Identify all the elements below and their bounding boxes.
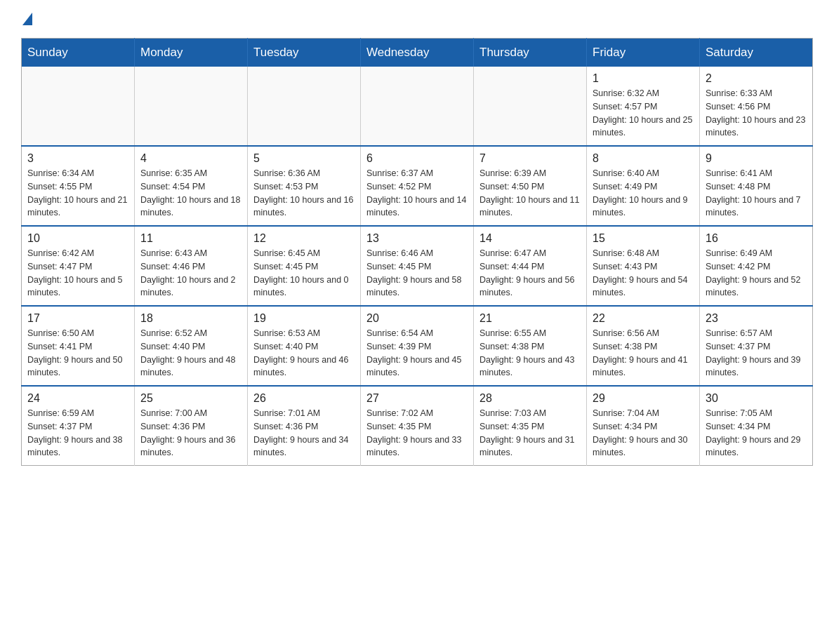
day-number: 15: [593, 232, 694, 245]
calendar-cell: 16Sunrise: 6:49 AM Sunset: 4:42 PM Dayli…: [700, 226, 813, 306]
day-number: 4: [140, 152, 241, 165]
calendar-cell: 20Sunrise: 6:54 AM Sunset: 4:39 PM Dayli…: [361, 306, 474, 386]
calendar-cell: [361, 67, 474, 146]
calendar-cell: 3Sunrise: 6:34 AM Sunset: 4:55 PM Daylig…: [22, 146, 135, 226]
calendar-cell: 15Sunrise: 6:48 AM Sunset: 4:43 PM Dayli…: [587, 226, 700, 306]
day-number: 18: [140, 312, 241, 325]
day-number: 26: [253, 392, 355, 405]
day-info: Sunrise: 6:54 AM Sunset: 4:39 PM Dayligh…: [366, 327, 468, 380]
day-info: Sunrise: 6:56 AM Sunset: 4:38 PM Dayligh…: [593, 327, 694, 380]
day-info: Sunrise: 6:42 AM Sunset: 4:47 PM Dayligh…: [27, 247, 128, 300]
calendar-cell: [22, 67, 135, 146]
calendar-cell: 5Sunrise: 6:36 AM Sunset: 4:53 PM Daylig…: [248, 146, 361, 226]
calendar-cell: 7Sunrise: 6:39 AM Sunset: 4:50 PM Daylig…: [474, 146, 587, 226]
day-info: Sunrise: 7:00 AM Sunset: 4:36 PM Dayligh…: [140, 407, 241, 459]
day-info: Sunrise: 6:53 AM Sunset: 4:40 PM Dayligh…: [253, 327, 355, 380]
day-info: Sunrise: 6:43 AM Sunset: 4:46 PM Dayligh…: [140, 247, 241, 300]
page-header: [21, 14, 813, 24]
calendar-cell: 23Sunrise: 6:57 AM Sunset: 4:37 PM Dayli…: [700, 306, 813, 386]
day-number: 12: [253, 232, 355, 245]
day-info: Sunrise: 6:35 AM Sunset: 4:54 PM Dayligh…: [140, 167, 241, 220]
day-number: 8: [593, 152, 694, 165]
day-number: 17: [27, 312, 128, 325]
logo-triangle-icon: [22, 13, 32, 25]
day-number: 11: [140, 232, 241, 245]
day-info: Sunrise: 7:05 AM Sunset: 4:34 PM Dayligh…: [706, 407, 807, 459]
calendar-cell: 14Sunrise: 6:47 AM Sunset: 4:44 PM Dayli…: [474, 226, 587, 306]
day-info: Sunrise: 6:37 AM Sunset: 4:52 PM Dayligh…: [366, 167, 468, 220]
day-info: Sunrise: 6:46 AM Sunset: 4:45 PM Dayligh…: [366, 247, 468, 300]
day-header-friday: Friday: [587, 39, 700, 67]
day-number: 24: [27, 392, 128, 405]
calendar-cell: 8Sunrise: 6:40 AM Sunset: 4:49 PM Daylig…: [587, 146, 700, 226]
day-info: Sunrise: 6:55 AM Sunset: 4:38 PM Dayligh…: [479, 327, 581, 380]
day-info: Sunrise: 6:57 AM Sunset: 4:37 PM Dayligh…: [706, 327, 807, 380]
day-info: Sunrise: 6:39 AM Sunset: 4:50 PM Dayligh…: [479, 167, 581, 220]
day-number: 19: [253, 312, 355, 325]
day-info: Sunrise: 6:45 AM Sunset: 4:45 PM Dayligh…: [253, 247, 355, 300]
day-number: 22: [593, 312, 694, 325]
day-info: Sunrise: 6:52 AM Sunset: 4:40 PM Dayligh…: [140, 327, 241, 380]
day-number: 27: [366, 392, 468, 405]
day-info: Sunrise: 6:34 AM Sunset: 4:55 PM Dayligh…: [27, 167, 128, 220]
day-number: 14: [479, 232, 581, 245]
day-number: 28: [479, 392, 581, 405]
day-number: 6: [366, 152, 468, 165]
day-info: Sunrise: 6:32 AM Sunset: 4:57 PM Dayligh…: [593, 87, 694, 140]
calendar-cell: 25Sunrise: 7:00 AM Sunset: 4:36 PM Dayli…: [135, 386, 248, 466]
calendar-cell: 9Sunrise: 6:41 AM Sunset: 4:48 PM Daylig…: [700, 146, 813, 226]
day-number: 30: [706, 392, 807, 405]
day-number: 16: [706, 232, 807, 245]
calendar-cell: 24Sunrise: 6:59 AM Sunset: 4:37 PM Dayli…: [22, 386, 135, 466]
day-number: 1: [593, 72, 694, 85]
day-info: Sunrise: 6:41 AM Sunset: 4:48 PM Dayligh…: [706, 167, 807, 220]
calendar-cell: 6Sunrise: 6:37 AM Sunset: 4:52 PM Daylig…: [361, 146, 474, 226]
day-number: 9: [706, 152, 807, 165]
day-number: 2: [706, 72, 807, 85]
calendar-cell: 13Sunrise: 6:46 AM Sunset: 4:45 PM Dayli…: [361, 226, 474, 306]
calendar-table: SundayMondayTuesdayWednesdayThursdayFrid…: [21, 38, 813, 466]
calendar-cell: 2Sunrise: 6:33 AM Sunset: 4:56 PM Daylig…: [700, 67, 813, 146]
day-header-wednesday: Wednesday: [361, 39, 474, 67]
calendar-cell: 30Sunrise: 7:05 AM Sunset: 4:34 PM Dayli…: [700, 386, 813, 466]
day-number: 3: [27, 152, 128, 165]
day-header-tuesday: Tuesday: [248, 39, 361, 67]
calendar-header-row: SundayMondayTuesdayWednesdayThursdayFrid…: [22, 39, 813, 67]
day-number: 20: [366, 312, 468, 325]
day-info: Sunrise: 7:01 AM Sunset: 4:36 PM Dayligh…: [253, 407, 355, 459]
day-info: Sunrise: 6:49 AM Sunset: 4:42 PM Dayligh…: [706, 247, 807, 300]
calendar-cell: 27Sunrise: 7:02 AM Sunset: 4:35 PM Dayli…: [361, 386, 474, 466]
calendar-week-row: 3Sunrise: 6:34 AM Sunset: 4:55 PM Daylig…: [22, 146, 813, 226]
day-number: 23: [706, 312, 807, 325]
day-info: Sunrise: 6:47 AM Sunset: 4:44 PM Dayligh…: [479, 247, 581, 300]
day-number: 5: [253, 152, 355, 165]
calendar-cell: 17Sunrise: 6:50 AM Sunset: 4:41 PM Dayli…: [22, 306, 135, 386]
day-info: Sunrise: 6:59 AM Sunset: 4:37 PM Dayligh…: [27, 407, 128, 459]
calendar-cell: 19Sunrise: 6:53 AM Sunset: 4:40 PM Dayli…: [248, 306, 361, 386]
day-info: Sunrise: 6:50 AM Sunset: 4:41 PM Dayligh…: [27, 327, 128, 380]
calendar-cell: 21Sunrise: 6:55 AM Sunset: 4:38 PM Dayli…: [474, 306, 587, 386]
day-header-thursday: Thursday: [474, 39, 587, 67]
calendar-cell: 29Sunrise: 7:04 AM Sunset: 4:34 PM Dayli…: [587, 386, 700, 466]
day-info: Sunrise: 6:48 AM Sunset: 4:43 PM Dayligh…: [593, 247, 694, 300]
day-info: Sunrise: 6:40 AM Sunset: 4:49 PM Dayligh…: [593, 167, 694, 220]
day-header-sunday: Sunday: [22, 39, 135, 67]
calendar-cell: 4Sunrise: 6:35 AM Sunset: 4:54 PM Daylig…: [135, 146, 248, 226]
calendar-week-row: 17Sunrise: 6:50 AM Sunset: 4:41 PM Dayli…: [22, 306, 813, 386]
calendar-week-row: 10Sunrise: 6:42 AM Sunset: 4:47 PM Dayli…: [22, 226, 813, 306]
calendar-cell: 18Sunrise: 6:52 AM Sunset: 4:40 PM Dayli…: [135, 306, 248, 386]
day-info: Sunrise: 7:03 AM Sunset: 4:35 PM Dayligh…: [479, 407, 581, 459]
calendar-cell: [248, 67, 361, 146]
calendar-cell: [135, 67, 248, 146]
day-info: Sunrise: 6:33 AM Sunset: 4:56 PM Dayligh…: [706, 87, 807, 140]
calendar-week-row: 1Sunrise: 6:32 AM Sunset: 4:57 PM Daylig…: [22, 67, 813, 146]
calendar-cell: [474, 67, 587, 146]
day-number: 25: [140, 392, 241, 405]
calendar-cell: 10Sunrise: 6:42 AM Sunset: 4:47 PM Dayli…: [22, 226, 135, 306]
calendar-cell: 28Sunrise: 7:03 AM Sunset: 4:35 PM Dayli…: [474, 386, 587, 466]
day-number: 10: [27, 232, 128, 245]
calendar-cell: 12Sunrise: 6:45 AM Sunset: 4:45 PM Dayli…: [248, 226, 361, 306]
day-info: Sunrise: 6:36 AM Sunset: 4:53 PM Dayligh…: [253, 167, 355, 220]
calendar-cell: 1Sunrise: 6:32 AM Sunset: 4:57 PM Daylig…: [587, 67, 700, 146]
calendar-week-row: 24Sunrise: 6:59 AM Sunset: 4:37 PM Dayli…: [22, 386, 813, 466]
